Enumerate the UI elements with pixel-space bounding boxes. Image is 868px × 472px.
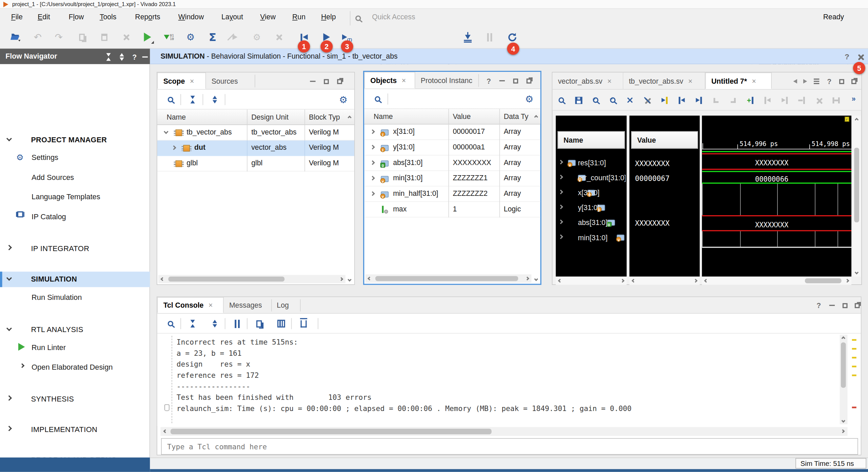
search-icon[interactable] — [163, 92, 178, 107]
help-icon[interactable]: ? — [824, 74, 835, 89]
tree-chevron-icon[interactable] — [558, 220, 563, 224]
previous-transition-icon[interactable] — [674, 93, 689, 108]
wave-vscrollbar[interactable] — [853, 116, 861, 276]
tab-vector-abs-sv[interactable]: vector_abs.sv× — [552, 73, 623, 89]
expand-collapse-icon[interactable] — [115, 49, 129, 65]
console-body[interactable]: Incorrect res at time 515ns: a = 23, b =… — [157, 333, 861, 426]
maximize-icon[interactable] — [320, 74, 332, 89]
tree-chevron-icon[interactable] — [172, 145, 176, 150]
sidebar-section-project-manager[interactable]: PROJECT MANAGER — [31, 136, 107, 144]
close-icon[interactable]: × — [607, 77, 611, 84]
menu-flow[interactable]: Flow — [68, 13, 84, 21]
section-chevron-icon[interactable] — [6, 136, 12, 141]
console-vscrollbar[interactable] — [840, 335, 848, 424]
objects-hscrollbar[interactable] — [366, 274, 532, 283]
fold-marker-icon[interactable] — [164, 404, 170, 411]
pause-output-icon[interactable] — [229, 316, 245, 331]
paste-button[interactable] — [96, 29, 112, 45]
redo-button[interactable]: ↷ — [51, 29, 66, 45]
sidebar-item-settings[interactable]: Settings — [32, 153, 58, 161]
delete-button[interactable] — [118, 29, 134, 45]
settings-gear-icon[interactable]: ⚙ — [521, 91, 537, 107]
search-icon[interactable] — [554, 93, 569, 108]
float-icon[interactable] — [848, 74, 859, 89]
minimize-icon[interactable] — [826, 297, 838, 313]
sidebar-section-implementation[interactable]: IMPLEMENTATION — [31, 426, 97, 434]
maximize-icon[interactable] — [839, 297, 851, 313]
expand-all-icon[interactable] — [207, 92, 223, 107]
tree-chevron-icon[interactable] — [370, 191, 375, 196]
collapse-all-icon[interactable] — [185, 316, 200, 331]
quick-access-input[interactable]: Quick Access — [372, 13, 415, 21]
menu-layout[interactable]: Layout — [221, 13, 243, 21]
menu-reports[interactable]: Reports — [135, 13, 160, 21]
add-marker-icon[interactable]: + — [742, 93, 758, 108]
sidebar-section-synthesis[interactable]: SYNTHESIS — [31, 395, 74, 403]
collapse-all-icon[interactable] — [185, 92, 200, 107]
wave-canvas[interactable]: F 514,996 ps 514,998 ps XXXXXXXX 0000006… — [702, 116, 851, 276]
table-row[interactable]: I x[31:0] 00000017 Array — [364, 124, 540, 140]
maximize-icon[interactable] — [836, 74, 847, 89]
settings-gear-icon[interactable]: ⚙ — [335, 92, 351, 107]
sidebar-section-rtl-analysis[interactable]: RTL ANALYSIS — [31, 325, 83, 333]
close-icon[interactable]: × — [688, 77, 692, 84]
tcl-command-input[interactable] — [161, 438, 858, 455]
close-icon[interactable]: × — [402, 77, 406, 84]
tab-tb-vector-abs-sv[interactable]: tb_vector_abs.sv× — [623, 73, 705, 89]
tree-chevron-icon[interactable] — [370, 129, 375, 134]
sidebar-item-add-sources[interactable]: Add Sources — [32, 173, 74, 181]
scroll-down-icon[interactable] — [348, 278, 352, 282]
menu-window[interactable]: Window — [178, 13, 204, 21]
wave-canvas-hscrollbar[interactable] — [702, 276, 851, 285]
sidebar-item-run-simulation[interactable]: Run Simulation — [32, 293, 82, 301]
scroll-up-icon[interactable] — [348, 116, 352, 120]
tab-sources[interactable]: Sources — [206, 73, 249, 89]
tab-protocol-instances[interactable]: Protocol Instanc — [415, 72, 477, 88]
tab-menu-icon[interactable] — [811, 74, 821, 89]
float-icon[interactable] — [851, 297, 863, 313]
search-icon[interactable] — [163, 316, 178, 331]
save-icon[interactable] — [571, 93, 586, 108]
open-project-button[interactable] — [8, 29, 23, 45]
tree-chevron-icon[interactable] — [370, 145, 375, 149]
clear-console-icon[interactable] — [296, 316, 311, 331]
wave-name-hscrollbar[interactable] — [556, 276, 627, 285]
error-mark[interactable] — [852, 407, 856, 408]
minimize-icon[interactable] — [139, 49, 151, 65]
search-icon[interactable] — [370, 91, 386, 107]
sidebar-section-simulation[interactable]: SIMULATION — [31, 275, 77, 283]
help-icon[interactable]: ? — [483, 73, 495, 89]
table-row[interactable]: max 1 Logic — [364, 202, 540, 218]
tree-chevron-icon[interactable] — [558, 234, 563, 239]
section-chevron-icon[interactable] — [6, 395, 12, 401]
word-wrap-icon[interactable] — [274, 316, 289, 331]
table-row[interactable]: v min[31:0] ZZZZZZZ1 Array — [364, 171, 540, 186]
help-icon[interactable]: ? — [129, 49, 141, 65]
scroll-down-icon[interactable] — [534, 277, 538, 281]
tree-chevron-icon[interactable] — [370, 176, 375, 181]
sidebar-section-ip-integrator[interactable]: IP INTEGRATOR — [31, 245, 89, 253]
expand-all-icon[interactable] — [207, 316, 223, 331]
collapse-all-icon[interactable] — [102, 49, 115, 65]
sim-step-button[interactable] — [460, 29, 476, 45]
menu-help[interactable]: Help — [321, 13, 336, 21]
item-chevron-icon[interactable] — [20, 363, 24, 368]
section-chevron-icon[interactable] — [6, 426, 12, 431]
tab-scroll-left-icon[interactable] — [790, 74, 799, 89]
minimize-icon[interactable] — [307, 74, 319, 89]
undo-button[interactable]: ↶ — [30, 29, 45, 45]
tree-chevron-icon[interactable] — [558, 175, 563, 180]
minimize-icon[interactable] — [496, 73, 508, 89]
warning-mark[interactable] — [852, 374, 856, 376]
console-hscrollbar[interactable] — [160, 427, 847, 436]
menu-run[interactable]: Run — [292, 13, 305, 21]
section-chevron-icon[interactable] — [6, 326, 12, 331]
help-icon[interactable]: ? — [813, 297, 825, 313]
float-icon[interactable] — [333, 74, 346, 89]
table-row[interactable]: v min_half[31:0] ZZZZZZZ2 Array — [364, 186, 540, 202]
tab-tcl-console[interactable]: Tcl Console× — [157, 297, 224, 313]
tab-scroll-right-icon[interactable] — [801, 74, 809, 89]
sidebar-item-run-linter[interactable]: Run Linter — [32, 344, 66, 352]
warning-mark[interactable] — [852, 348, 856, 350]
help-icon[interactable]: ? — [841, 49, 853, 64]
